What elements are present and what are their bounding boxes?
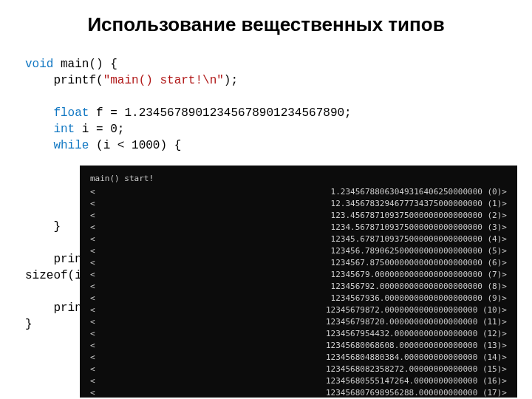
console-row-value: 123456807698956288.000000000000 (17)>: [96, 387, 507, 398]
console-row-value: 123456792.000000000000000000000 (8)>: [96, 281, 507, 293]
console-row: <1.23456788063049316406250000000 (0)>: [80, 186, 517, 198]
console-row: <123.456787109375000000000000000 (2)>: [80, 210, 517, 222]
code-text: f = 1.23456789012345678901234567890;: [89, 106, 351, 120]
console-row-value: 12345680555147264.0000000000000 (16)>: [96, 375, 507, 387]
console-row: <1234567936.00000000000000000000 (9)>: [80, 293, 517, 304]
console-row: <1234568082358272.00000000000000 (15)>: [80, 364, 517, 375]
console-row-prefix: <: [90, 352, 96, 364]
keyword-while: while: [53, 139, 89, 152]
keyword-int: int: [53, 123, 75, 136]
console-row: <1234.56787109375000000000000000 (3)>: [80, 222, 517, 233]
console-row: <123456807698956288.000000000000 (17)>: [80, 387, 517, 398]
code-text: [25, 139, 53, 152]
slide: Использование вещественных типов void ma…: [0, 0, 532, 399]
code-text: );: [224, 74, 238, 87]
console-header: main() start!: [80, 173, 517, 186]
console-row-prefix: <: [90, 281, 96, 293]
console-row-prefix: <: [90, 387, 96, 398]
keyword-void: void: [25, 58, 53, 71]
console-row-prefix: <: [90, 186, 96, 198]
console-row-value: 1234567.87500000000000000000000 (6)>: [96, 257, 507, 269]
console-row-prefix: <: [90, 210, 96, 222]
code-text: }: [25, 318, 33, 331]
console-row-value: 1234567936.00000000000000000000 (9)>: [96, 293, 507, 304]
console-row-prefix: <: [90, 328, 96, 340]
console-row: <12345679.0000000000000000000000 (7)>: [80, 269, 517, 281]
console-row-prefix: <: [90, 293, 96, 304]
console-row: <123456798720.000000000000000000 (11)>: [80, 316, 517, 328]
console-row: <123456792.000000000000000000000 (8)>: [80, 281, 517, 293]
code-text: main() {: [53, 58, 117, 71]
console-row-value: 123456798720.000000000000000000 (11)>: [96, 316, 507, 328]
code-text: [25, 106, 53, 120]
console-row-prefix: <: [90, 233, 96, 245]
console-row: <12345679872.0000000000000000000 (10)>: [80, 304, 517, 316]
console-row-value: 1234568082358272.00000000000000 (15)>: [96, 364, 507, 375]
console-row: <1234567954432.00000000000000000 (12)>: [80, 328, 517, 340]
console-row-prefix: <: [90, 245, 96, 257]
console-row-prefix: <: [90, 375, 96, 387]
console-row-value: 1234567954432.00000000000000000 (12)>: [96, 328, 507, 340]
code-text: i = 0;: [75, 123, 124, 136]
console-row: <12345680068608.0000000000000000 (13)>: [80, 340, 517, 352]
console-row-prefix: <: [90, 269, 96, 281]
code-text: (i < 1000) {: [89, 139, 181, 152]
console-row: <12345680555147264.0000000000000 (16)>: [80, 375, 517, 387]
console-row-prefix: <: [90, 304, 96, 316]
console-row: <123456.789062500000000000000000 (5)>: [80, 245, 517, 257]
console-row-value: 12345679.0000000000000000000000 (7)>: [96, 269, 507, 281]
console-row-value: 12345.6787109375000000000000000 (4)>: [96, 233, 507, 245]
console-row: <12.3456783294677734375000000000 (1)>: [80, 198, 517, 210]
console-row-prefix: <: [90, 316, 96, 328]
console-row-value: 1234.56787109375000000000000000 (3)>: [96, 222, 507, 233]
code-text: printf(: [25, 74, 103, 87]
code-text: }: [25, 220, 61, 233]
slide-title: Использование вещественных типов: [0, 13, 532, 36]
console-row-value: 12345679872.0000000000000000000 (10)>: [96, 304, 507, 316]
console-row-prefix: <: [90, 198, 96, 210]
code-text: [25, 123, 53, 136]
console-row-value: 12.3456783294677734375000000000 (1)>: [96, 198, 507, 210]
string-literal: "main() start!\n": [103, 74, 224, 87]
console-output: main() start! <1.23456788063049316406250…: [80, 166, 517, 398]
console-row-value: 123.456787109375000000000000000 (2)>: [96, 210, 507, 222]
console-row: <12345.6787109375000000000000000 (4)>: [80, 233, 517, 245]
console-row-prefix: <: [90, 364, 96, 375]
console-row-prefix: <: [90, 340, 96, 352]
console-row-value: 123456.789062500000000000000000 (5)>: [96, 245, 507, 257]
console-row-value: 123456804880384.000000000000000 (14)>: [96, 352, 507, 364]
console-row-prefix: <: [90, 222, 96, 233]
console-row: <1234567.87500000000000000000000 (6)>: [80, 257, 517, 269]
console-row-value: 1.23456788063049316406250000000 (0)>: [96, 186, 507, 198]
console-row: <123456804880384.000000000000000 (14)>: [80, 352, 517, 364]
keyword-float: float: [53, 106, 89, 120]
console-row-value: 12345680068608.0000000000000000 (13)>: [96, 340, 507, 352]
console-row-prefix: <: [90, 257, 96, 269]
